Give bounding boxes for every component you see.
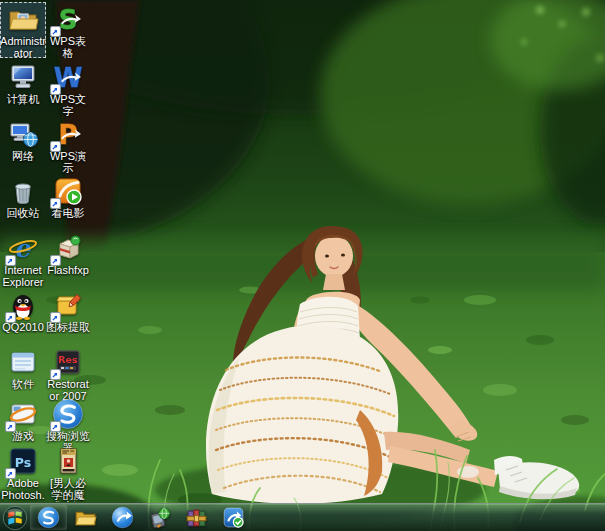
shortcut-arrow-icon bbox=[50, 369, 61, 380]
wps-p-icon: P bbox=[52, 118, 84, 150]
svg-text:Ps: Ps bbox=[15, 455, 31, 470]
window-folder-icon bbox=[7, 346, 39, 378]
desktop-icon-label: 看电影 bbox=[45, 208, 91, 220]
start-button[interactable] bbox=[0, 504, 30, 531]
network-icon bbox=[7, 118, 39, 150]
desktop-icon-label: 软件 bbox=[0, 379, 46, 391]
shortcut-arrow-icon bbox=[50, 198, 61, 209]
taskbar-button-winrar[interactable] bbox=[178, 505, 215, 530]
shortcut-arrow-icon bbox=[50, 26, 61, 37]
recycle-bin-icon bbox=[7, 175, 39, 207]
book-icon bbox=[52, 445, 84, 477]
photoshop-icon: Ps bbox=[7, 445, 39, 477]
desktop-icon-label: [男人必学的魔术]刘... bbox=[45, 478, 91, 502]
desktop-icon-wps-spreadsheet[interactable]: SWPS表格 bbox=[45, 2, 91, 58]
taskbar-button-arrow-check-app[interactable] bbox=[215, 505, 252, 530]
svg-text:Res: Res bbox=[58, 354, 78, 365]
desktop-icon-wps-writer[interactable]: WWPS文字 bbox=[45, 60, 91, 116]
taskbar-button-blue-sphere-app[interactable] bbox=[104, 505, 141, 530]
shortcut-arrow-icon bbox=[50, 255, 61, 266]
desktop-icon-label: Administrator bbox=[0, 36, 46, 59]
qq-icon bbox=[7, 289, 39, 321]
desktop-surface[interactable]: Administrator计算机网络回收站eInternet ExplorerQ… bbox=[0, 0, 605, 531]
taskbar-button-windows-explorer[interactable] bbox=[67, 505, 104, 530]
desktop-icon-label: 网络 bbox=[0, 151, 46, 163]
desktop-icon-label: 图标提取 bbox=[45, 322, 91, 334]
computer-icon bbox=[7, 61, 39, 93]
restorator-icon: Res bbox=[52, 346, 84, 378]
user-folder-icon bbox=[7, 3, 39, 35]
shortcut-arrow-icon bbox=[50, 84, 61, 95]
desktop-icon-adobe-photoshop[interactable]: PsAdobe Photosh... bbox=[0, 444, 46, 500]
desktop-icon-computer[interactable]: 计算机 bbox=[0, 60, 46, 116]
desktop-icon-label: WPS文字 bbox=[45, 94, 91, 117]
desktop-icon-network[interactable]: 网络 bbox=[0, 117, 46, 173]
desktop-icon-restorator-2007[interactable]: ResRestorator 2007 bbox=[45, 345, 91, 401]
taskbar-button-sogou-browser[interactable] bbox=[30, 505, 67, 530]
movie-icon bbox=[52, 175, 84, 207]
desktop-icon-icon-extractor[interactable]: 图标提取 bbox=[45, 288, 91, 344]
desktop-icon-label: WPS演示 bbox=[45, 151, 91, 174]
shortcut-arrow-icon bbox=[5, 468, 16, 479]
game-window-icon bbox=[7, 398, 39, 430]
wps-w-icon: W bbox=[52, 61, 84, 93]
desktop-icon-label: Internet Explorer bbox=[0, 265, 46, 288]
shortcut-arrow-icon bbox=[5, 312, 16, 323]
sogou-icon bbox=[52, 398, 84, 430]
taskbar bbox=[0, 503, 605, 531]
desktop-icon-label: 计算机 bbox=[0, 94, 46, 106]
desktop-icon-watch-movies[interactable]: 看电影 bbox=[45, 174, 91, 230]
desktop-icon-wps-presentation[interactable]: PWPS演示 bbox=[45, 117, 91, 173]
flashfxp-icon bbox=[52, 232, 84, 264]
desktop-icon-label: Adobe Photosh... bbox=[0, 478, 46, 502]
shortcut-arrow-icon bbox=[50, 421, 61, 432]
desktop-icon-internet-explorer[interactable]: eInternet Explorer bbox=[0, 231, 46, 287]
desktop-icon-recycle-bin[interactable]: 回收站 bbox=[0, 174, 46, 230]
desktop-icon-label: WPS表格 bbox=[45, 36, 91, 59]
wps-s-icon: S bbox=[52, 3, 84, 35]
desktop-icon-label: Flashfxp bbox=[45, 265, 91, 277]
shortcut-arrow-icon bbox=[5, 421, 16, 432]
shortcut-arrow-icon bbox=[50, 141, 61, 152]
taskbar-button-device-globe-app[interactable] bbox=[141, 505, 178, 530]
desktop-icon-label: 回收站 bbox=[0, 208, 46, 220]
desktop-icon-label: 游戏 bbox=[0, 431, 46, 443]
desktop-icon-label: QQ2010 bbox=[0, 322, 46, 334]
shortcut-arrow-icon bbox=[5, 255, 16, 266]
desktop-icon-flashfxp[interactable]: Flashfxp bbox=[45, 231, 91, 287]
desktop-icon-qq2010[interactable]: QQ2010 bbox=[0, 288, 46, 344]
desktop-icon-administrator-folder[interactable]: Administrator bbox=[0, 2, 46, 58]
shortcut-arrow-icon bbox=[50, 312, 61, 323]
ie-icon: e bbox=[7, 232, 39, 264]
icon-extract-icon bbox=[52, 289, 84, 321]
desktop-icon-software-folder[interactable]: 软件 bbox=[0, 345, 46, 401]
desktop-icon-magic-book-file[interactable]: [男人必学的魔术]刘... bbox=[45, 444, 91, 500]
